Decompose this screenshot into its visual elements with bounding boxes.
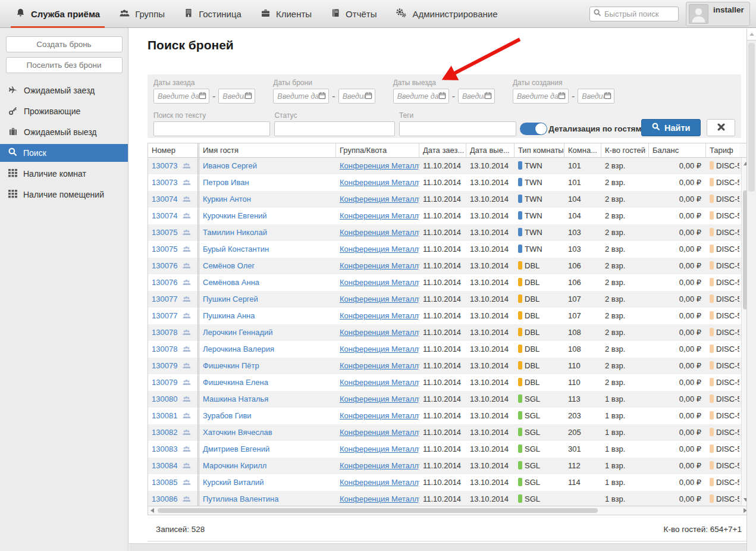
group-link[interactable]: Конференция Металлу	[340, 444, 419, 453]
booking-number-link[interactable]: 130079	[152, 378, 177, 387]
guest-name-link[interactable]: Семёнова Анна	[203, 278, 259, 287]
tab-groups[interactable]: Группы	[109, 0, 174, 28]
creation-date-from-input[interactable]	[517, 92, 558, 101]
calendar-icon[interactable]	[199, 91, 206, 102]
guest-name-link[interactable]: Зурабов Гиви	[203, 411, 252, 420]
group-link[interactable]: Конференция Металлу	[340, 395, 419, 403]
booking-number-link[interactable]: 130075	[152, 228, 177, 237]
booking-number-link[interactable]: 130086	[152, 494, 177, 503]
create-booking-button[interactable]: Создать бронь	[6, 36, 123, 52]
sidebar-item-expected-departure[interactable]: Ожидаемый выезд	[0, 123, 128, 141]
column-header-guest[interactable]: Имя гостя	[199, 143, 336, 157]
status-input[interactable]	[274, 121, 394, 136]
calendar-icon[interactable]	[604, 91, 611, 102]
calendar-icon[interactable]	[365, 91, 372, 102]
table-row[interactable]: 130078Лерочкин ГеннадийКонференция Метал…	[148, 324, 741, 341]
guest-name-link[interactable]: Лерочкина Валерия	[203, 345, 274, 353]
booking-number-link[interactable]: 130082	[152, 428, 177, 437]
sidebar-item-space-availability[interactable]: Наличие помещений	[0, 186, 128, 204]
tab-hotel[interactable]: Гостиница	[174, 0, 251, 28]
text-search-input[interactable]	[153, 121, 270, 136]
column-header-arrival[interactable]: Дата заез...	[419, 143, 466, 157]
tab-administration[interactable]: Администрирование	[386, 0, 507, 28]
group-link[interactable]: Конференция Металлу	[340, 178, 419, 187]
guest-name-link[interactable]: Пушкин Сергей	[203, 295, 258, 303]
sidebar-item-expected-arrival[interactable]: Ожидаемый заезд	[0, 82, 128, 99]
group-link[interactable]: Конференция Металлу	[340, 428, 419, 437]
booking-number-link[interactable]: 130073	[152, 161, 177, 170]
column-header-balance[interactable]: Баланс	[649, 143, 706, 157]
tags-input[interactable]	[399, 121, 516, 136]
guest-name-link[interactable]: Тамилин Николай	[203, 228, 267, 237]
guest-name-link[interactable]: Марочкин Кирилл	[203, 461, 266, 470]
table-row[interactable]: 130074Куркин АнтонКонференция Металлу11.…	[148, 191, 741, 208]
booking-number-link[interactable]: 130077	[152, 311, 177, 320]
booking-number-link[interactable]: 130076	[152, 261, 177, 270]
horizontal-scroll-thumb[interactable]	[158, 508, 598, 513]
booking-number-link[interactable]: 130080	[152, 395, 177, 403]
table-row[interactable]: 130075Бурый КонстантинКонференция Металл…	[148, 241, 741, 258]
creation-date-to-input[interactable]	[582, 92, 604, 101]
guest-name-link[interactable]: Бурый Константин	[203, 245, 269, 253]
departure-date-from-input[interactable]	[397, 92, 438, 101]
guest-name-link[interactable]: Фишечкин Пётр	[203, 361, 259, 370]
table-row[interactable]: 130074Курочкин ЕвгенийКонференция Металл…	[148, 208, 741, 224]
guest-name-link[interactable]: Дмитриев Евгений	[203, 444, 269, 453]
table-row[interactable]: 130081Зурабов ГивиКонференция Металлу11.…	[148, 408, 741, 424]
group-link[interactable]: Конференция Металлу	[340, 161, 419, 170]
tab-clients[interactable]: Клиенты	[251, 0, 321, 28]
page-scroll-up-button[interactable]	[747, 29, 756, 40]
booking-number-link[interactable]: 130083	[152, 444, 177, 453]
sidebar-item-in-house[interactable]: Проживающие	[0, 102, 128, 120]
booking-number-link[interactable]: 130074	[152, 195, 177, 204]
table-row[interactable]: 130077Пушкина АннаКонференция Металлу11.…	[148, 308, 741, 324]
group-link[interactable]: Конференция Металлу	[340, 478, 419, 487]
calendar-icon[interactable]	[558, 91, 566, 102]
guest-name-link[interactable]: Путилина Валентина	[203, 494, 278, 503]
guest-name-link[interactable]: Курский Виталий	[203, 478, 264, 487]
group-link[interactable]: Конференция Металлу	[340, 411, 419, 420]
table-row[interactable]: 130079Фишечкин ПётрКонференция Металлу11…	[148, 358, 741, 374]
sidebar-item-search[interactable]: Поиск	[0, 144, 128, 162]
column-header-group[interactable]: Группа/Квота	[336, 143, 419, 157]
guest-detail-toggle[interactable]	[520, 123, 547, 135]
booking-number-link[interactable]: 130076	[152, 278, 177, 287]
table-horizontal-scrollbar[interactable]	[148, 506, 750, 515]
guest-name-link[interactable]: Куркин Антон	[203, 195, 251, 204]
column-header-room-type[interactable]: Тип комнаты	[515, 143, 564, 157]
booking-number-link[interactable]: 130079	[152, 361, 177, 370]
tab-reports[interactable]: Отчёты	[321, 0, 386, 28]
guest-name-link[interactable]: Лерочкин Геннадий	[203, 328, 273, 337]
calendar-icon[interactable]	[244, 91, 252, 102]
group-link[interactable]: Конференция Металлу	[340, 328, 419, 337]
column-header-tariff[interactable]: Тариф	[706, 143, 739, 157]
group-link[interactable]: Конференция Металлу	[340, 245, 419, 253]
page-vertical-scrollbar[interactable]	[746, 29, 756, 551]
arrival-date-to-input[interactable]	[222, 92, 244, 101]
booking-number-link[interactable]: 130073	[152, 178, 177, 187]
table-row[interactable]: 130077Пушкин СергейКонференция Металлу11…	[148, 291, 741, 308]
guest-name-link[interactable]: Хаточкин Вячеслав	[203, 428, 272, 437]
column-header-number[interactable]: Номер	[148, 143, 199, 157]
table-row[interactable]: 130086Путилина ВалентинаКонференция Мета…	[148, 491, 741, 506]
table-row[interactable]: 130083Дмитриев ЕвгенийКонференция Металл…	[148, 441, 741, 458]
booking-number-link[interactable]: 130078	[152, 328, 177, 337]
quick-search-input[interactable]	[604, 10, 675, 18]
group-link[interactable]: Конференция Металлу	[340, 378, 419, 387]
column-header-departure[interactable]: Дата вые...	[466, 143, 515, 157]
table-row[interactable]: 130084Марочкин КириллКонференция Металлу…	[148, 458, 741, 474]
guest-name-link[interactable]: Пушкина Анна	[203, 311, 255, 320]
group-link[interactable]: Конференция Металлу	[340, 195, 419, 204]
table-row[interactable]: 130080Машкина НатальяКонференция Металлу…	[148, 391, 741, 408]
group-link[interactable]: Конференция Металлу	[340, 261, 419, 270]
table-row[interactable]: 130075Тамилин НиколайКонференция Металлу…	[148, 224, 741, 241]
booking-number-link[interactable]: 130078	[152, 345, 177, 353]
table-row[interactable]: 130076Семёнова АннаКонференция Металлу11…	[148, 274, 741, 291]
group-link[interactable]: Конференция Металлу	[340, 361, 419, 370]
sidebar-item-room-availability[interactable]: Наличие комнат	[0, 165, 128, 183]
booking-number-link[interactable]: 130084	[152, 461, 177, 470]
find-button[interactable]: Найти	[641, 119, 701, 136]
group-link[interactable]: Конференция Металлу	[340, 278, 419, 287]
table-row[interactable]: 130073Петров ИванКонференция Металлу11.1…	[148, 174, 741, 191]
booking-number-link[interactable]: 130075	[152, 245, 177, 253]
